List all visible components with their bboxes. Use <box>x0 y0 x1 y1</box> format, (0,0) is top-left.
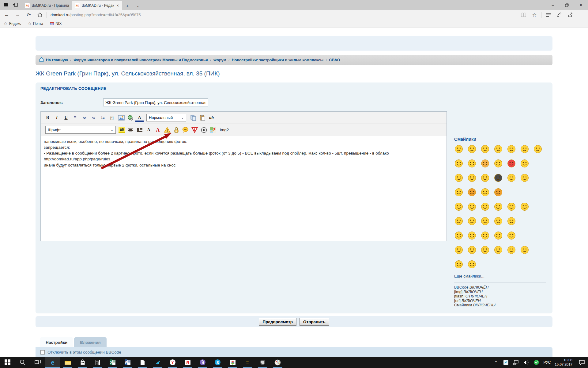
taskbar-wot-icon[interactable] <box>255 357 270 368</box>
devil-smiley[interactable] <box>507 159 516 168</box>
blush-smiley[interactable] <box>481 159 490 168</box>
notes-smiley[interactable] <box>507 173 516 182</box>
taskbar-search-icon[interactable] <box>15 357 30 368</box>
favorite-Яндекс[interactable]: ☆Яндекс <box>4 21 21 26</box>
sleepy-smiley[interactable] <box>494 231 503 240</box>
grin2-smiley[interactable] <box>520 159 529 168</box>
wave-smiley[interactable] <box>467 217 477 226</box>
smile-smiley[interactable] <box>481 202 490 211</box>
popcorn-smiley[interactable] <box>454 217 463 226</box>
underline-icon[interactable]: U <box>62 113 70 122</box>
taskbar-excel-icon[interactable]: X <box>105 357 120 368</box>
tab-close-icon[interactable]: ✕ <box>116 4 120 8</box>
insert-url-icon[interactable] <box>126 113 134 122</box>
clock[interactable]: 16:08 15.07.2017 <box>555 358 572 366</box>
minimize-button[interactable]: – <box>546 0 560 10</box>
tray-volume-icon[interactable] <box>523 360 529 365</box>
tray-tray-app-icon[interactable] <box>503 360 509 365</box>
smoking-smiley[interactable] <box>481 188 490 197</box>
taskbar-store-icon[interactable] <box>75 357 90 368</box>
home-breadcrumb-icon[interactable] <box>39 57 44 63</box>
home-icon[interactable] <box>34 10 45 19</box>
nerd-smiley[interactable] <box>467 245 477 255</box>
taskbar-yandex-icon[interactable]: Я <box>180 357 195 368</box>
strike-icon[interactable]: A <box>145 126 153 134</box>
spider-smiley[interactable] <box>481 231 490 240</box>
blank-smiley[interactable] <box>467 159 477 168</box>
red-letter-icon[interactable]: A <box>154 126 162 134</box>
subject-input[interactable] <box>103 98 208 106</box>
facepalm-smiley[interactable] <box>520 245 529 255</box>
fishbones-smiley[interactable] <box>494 188 503 197</box>
language-indicator[interactable]: РУС <box>543 360 551 365</box>
close-button[interactable]: ✕ <box>574 0 588 10</box>
bullet-list-icon[interactable]: •≡ <box>89 113 98 122</box>
favorite-star-icon[interactable]: ☆ <box>529 10 540 19</box>
speech-bubble-icon[interactable] <box>181 126 190 134</box>
taskbar-edge-icon[interactable]: e <box>45 357 60 368</box>
tab-attachments[interactable]: Вложения <box>74 337 106 347</box>
submit-button[interactable]: Отправить <box>300 318 329 326</box>
align-image-icon[interactable] <box>135 126 144 134</box>
unsure-smiley[interactable] <box>467 202 477 211</box>
img2-button[interactable]: img2 <box>220 128 229 132</box>
taskbar-bittorrent-icon[interactable] <box>195 357 210 368</box>
highlight-icon[interactable]: ab <box>119 127 125 133</box>
tray-hidden-icons-icon[interactable]: ⌃ <box>493 360 499 365</box>
tab-settings[interactable]: Настройки <box>40 337 73 347</box>
play-icon[interactable] <box>200 126 208 134</box>
taskbar-bird-icon[interactable] <box>150 357 165 368</box>
beers-smiley[interactable] <box>454 188 463 197</box>
breadcrumb-link-3[interactable]: Новостройки: застройщики и жилые комплек… <box>232 58 323 62</box>
taskbar-bluestacks-icon[interactable] <box>225 357 240 368</box>
smile2-smiley[interactable] <box>481 217 490 226</box>
refresh-icon[interactable]: ⟳ <box>23 10 34 19</box>
code-icon[interactable]: <> <box>80 113 89 122</box>
wink2-smiley[interactable] <box>520 173 529 182</box>
taskbar-explorer-icon[interactable] <box>60 357 75 368</box>
grin3-smiley[interactable] <box>454 260 463 269</box>
shoot-smiley[interactable] <box>507 231 516 240</box>
hub-icon[interactable] <box>543 10 554 19</box>
restore-tabs-icon[interactable] <box>13 2 18 8</box>
web-note-pen-icon[interactable] <box>554 10 565 19</box>
thumbsup-smiley[interactable] <box>467 173 477 182</box>
lol-smiley[interactable] <box>454 231 463 240</box>
action-center-icon[interactable] <box>579 360 585 365</box>
font-select[interactable]: Шрифт⌄ <box>45 126 116 134</box>
grin-smiley[interactable] <box>454 144 463 154</box>
font-color-icon[interactable]: A <box>135 115 144 122</box>
back-icon[interactable]: ← <box>1 10 12 19</box>
align-center-icon[interactable] <box>126 126 134 134</box>
direct-text-icon[interactable]: ab <box>207 113 216 122</box>
browser-tab-active[interactable]: М doMKAD.ru - Редактир ✕ <box>72 1 122 10</box>
more-actions-icon[interactable]: ⋯ <box>576 10 587 19</box>
taskbar-skype-icon[interactable]: S <box>210 357 225 368</box>
page-title[interactable]: ЖК Green Park (Грин Парк), ул. Сельскохо… <box>36 70 552 77</box>
taskbar-equals-icon[interactable]: = <box>240 357 255 368</box>
strong-laugh-smiley[interactable] <box>454 245 463 255</box>
insert-image-icon[interactable] <box>117 113 125 122</box>
restore-button[interactable] <box>560 0 574 10</box>
taskbar-yandex-browser-icon[interactable]: Y <box>165 357 180 368</box>
breadcrumb-link-2[interactable]: Форум <box>213 58 226 62</box>
new-tab-button[interactable]: + <box>122 3 133 10</box>
ruler-smiley[interactable] <box>507 202 516 211</box>
taskbar-start-icon[interactable] <box>0 357 15 368</box>
poke-eye-smiley[interactable] <box>520 144 529 154</box>
lock-icon[interactable] <box>172 126 180 134</box>
map-icon[interactable] <box>209 126 217 134</box>
quote-icon[interactable]: ❝ <box>71 113 79 122</box>
copy-icon[interactable] <box>189 113 197 122</box>
message-textarea[interactable]: напоминаю всем, особенно, не новичкам, п… <box>41 136 447 241</box>
sad-smiley[interactable] <box>494 144 503 154</box>
reading-view-icon[interactable] <box>518 10 529 19</box>
warning-icon[interactable] <box>163 126 171 134</box>
tray-antivirus-icon[interactable] <box>533 360 539 365</box>
taskbar-paint-icon[interactable] <box>270 357 285 368</box>
breadcrumb-link-1[interactable]: Форум инвесторов и покупателей новострое… <box>74 58 208 62</box>
share-icon[interactable] <box>565 10 576 19</box>
breadcrumb-link-0[interactable]: На главную <box>46 58 68 62</box>
paste-icon[interactable] <box>198 113 206 122</box>
wink-smiley[interactable] <box>481 144 490 154</box>
